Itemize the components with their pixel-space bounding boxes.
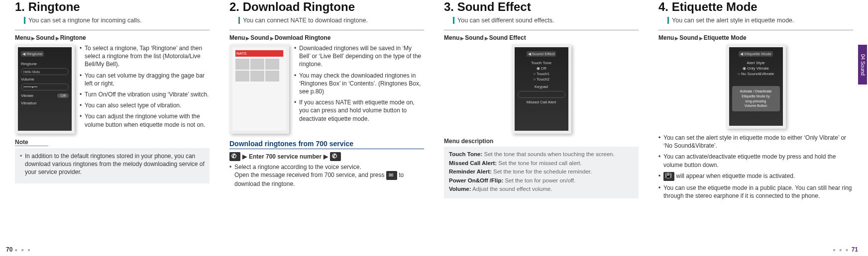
screenshot-nate: NATE — [229, 44, 289, 134]
section-subtitle: You can set different sound effects. — [453, 17, 639, 24]
bullet-list: You can set the alert style in etiquette… — [658, 134, 853, 200]
text: will appear when etiquette mode is activ… — [674, 172, 795, 179]
bc-part: Menu — [444, 34, 459, 41]
chevron-right-icon: ▶ — [324, 153, 328, 160]
phone-icon — [229, 152, 240, 161]
desc-text: Set the ton for power on/off. — [503, 177, 575, 183]
desc-text: Adjust the sound effect volume. — [471, 186, 552, 192]
section-download-ringtone: 2. Download Ringtone You can connect NAT… — [229, 0, 424, 203]
screenshot-sound-effect: ◀ Sound Effect Touch Tone ◉ Off ○ Touch1… — [512, 44, 571, 134]
section-sound-effect: 3. Sound Effect You can set different so… — [444, 0, 639, 203]
list-item: You can use the etiquette mode in a publ… — [658, 184, 853, 200]
list-item: You may check the downloaded ringtones i… — [294, 72, 424, 96]
desc-label: Touch Tone: — [449, 151, 482, 157]
section-title: 3. Sound Effect — [444, 0, 639, 14]
page-number-right: ● ● ●71 — [831, 246, 858, 253]
screenshot-etiquette: ◀ Etiquette Mode Alert Style ◉ Only Vibr… — [726, 44, 786, 129]
chevron-right-icon: ▶ — [698, 36, 704, 41]
chevron-right-icon: ▶ — [484, 36, 489, 41]
desc-label: Reminder Alert: — [449, 169, 492, 174]
section-title: 1. Ringtone — [15, 0, 210, 14]
section-subtitle: You can set the alert style in etiquette… — [667, 17, 853, 24]
chevron-right-icon: ▶ — [55, 36, 60, 41]
divider — [229, 30, 424, 30]
desc-text: Set the tone that sounds when touching t… — [482, 151, 614, 157]
bc-part: Sound — [250, 34, 269, 41]
list-item: will appear when etiquette mode is activ… — [658, 172, 853, 181]
list-item: You can set volume by dragging the gage … — [80, 72, 210, 87]
list-item: You can activate/deactivate etiquette mo… — [658, 153, 853, 169]
bullet-list: To select a ringtone, Tap ‘Ringtone’ and… — [80, 44, 210, 134]
list-item: Downloaded ringtones will be saved in ‘M… — [294, 44, 424, 69]
section-title: 2. Download Ringtone — [229, 0, 424, 14]
section-subtitle: You can set a ringtone for incoming call… — [24, 17, 210, 24]
text: Select a ringtone according to the voice… — [234, 164, 361, 171]
list-item: To select a ringtone, Tap ‘Ringtone’ and… — [80, 44, 210, 69]
bullet-list: Select a ringtone according to the voice… — [229, 163, 424, 188]
subsection-heading: Download ringtones from 700 service — [229, 140, 424, 149]
list-item: Select a ringtone according to the voice… — [229, 163, 424, 188]
section-subtitle: You can connect NATE to download rington… — [238, 17, 424, 24]
bc-part: Menu — [658, 34, 674, 41]
screenshot-ringtone: ◀ Ringtone Ringtone Hello Moto Volume ━━… — [15, 44, 75, 134]
list-item: You can adjust the ringtone volume with … — [80, 112, 210, 128]
page-num: 71 — [852, 246, 858, 253]
desc-label: Power On&Off /Flip: — [449, 177, 503, 183]
page-dots-icon: ● ● ● — [14, 247, 31, 253]
bc-part: Sound — [465, 34, 483, 41]
list-item: You can also select type of vibration. — [80, 101, 210, 109]
divider — [658, 30, 853, 30]
desc-text: Set the tone for the schedule reminder. — [492, 169, 592, 174]
bc-part: Ringtone — [60, 34, 86, 41]
text: Open the message received from 700 servi… — [234, 171, 385, 178]
vibrate-icon — [663, 172, 674, 181]
section-ringtone: 1. Ringtone You can set a ringtone for i… — [15, 0, 210, 203]
note-box: In addition to the default ringtones sto… — [15, 148, 210, 183]
list-item: If you access NATE with etiquette mode o… — [294, 98, 424, 123]
page-num: 70 — [6, 246, 12, 253]
section-title: 4. Etiquette Mode — [658, 0, 853, 14]
list-item: Turn On/Off the vibration using ‘Vibrate… — [80, 90, 210, 98]
breadcrumb: Menu▶Sound▶Ringtone — [15, 34, 210, 41]
menu-description-box: Touch Tone: Set the tone that sounds whe… — [444, 147, 639, 198]
chevron-right-icon: ▶ — [242, 153, 247, 160]
chevron-right-icon: ▶ — [674, 36, 679, 41]
bc-part: Sound Effect — [489, 34, 526, 41]
chapter-tab: 04 Sound — [858, 45, 867, 85]
bc-part: Sound — [36, 34, 54, 41]
chevron-right-icon: ▶ — [30, 36, 36, 41]
list-item: You can set the alert style in etiquette… — [658, 134, 853, 150]
desc-text: Set the tone for missed call alert. — [497, 160, 582, 166]
note-item: In addition to the default ringtones sto… — [20, 152, 205, 176]
dial-label: Enter 700 service number — [249, 153, 322, 160]
bc-part: Sound — [679, 34, 698, 41]
note-heading: Note — [15, 139, 48, 146]
chevron-right-icon: ▶ — [459, 36, 465, 41]
message-icon — [386, 171, 397, 180]
breadcrumb: Menu▶Sound▶Etiquette Mode — [658, 34, 853, 41]
chevron-right-icon: ▶ — [269, 36, 275, 41]
bc-part: Download Ringtone — [275, 34, 331, 41]
page-dots-icon: ● ● ● — [833, 247, 850, 253]
breadcrumb: Menu▶Sound▶Sound Effect — [444, 34, 639, 41]
divider — [444, 30, 639, 30]
dial-sequence: ▶ Enter 700 service number ▶ — [229, 152, 424, 161]
menu-description-heading: Menu description — [444, 138, 639, 145]
bullet-list: Downloaded ringtones will be saved in ‘M… — [294, 44, 424, 134]
breadcrumb: Menu▶Sound▶Download Ringtone — [229, 34, 424, 41]
divider — [15, 30, 210, 30]
desc-label: Volume: — [449, 186, 471, 192]
bc-part: Menu — [15, 34, 30, 41]
desc-label: Missed Call Alert: — [449, 160, 497, 166]
chevron-right-icon: ▶ — [245, 36, 250, 41]
bc-part: Etiquette Mode — [704, 34, 747, 41]
page-number-left: 70● ● ● — [6, 246, 33, 253]
call-icon — [330, 152, 341, 161]
bc-part: Menu — [229, 34, 245, 41]
section-etiquette-mode: 4. Etiquette Mode You can set the alert … — [658, 0, 853, 203]
